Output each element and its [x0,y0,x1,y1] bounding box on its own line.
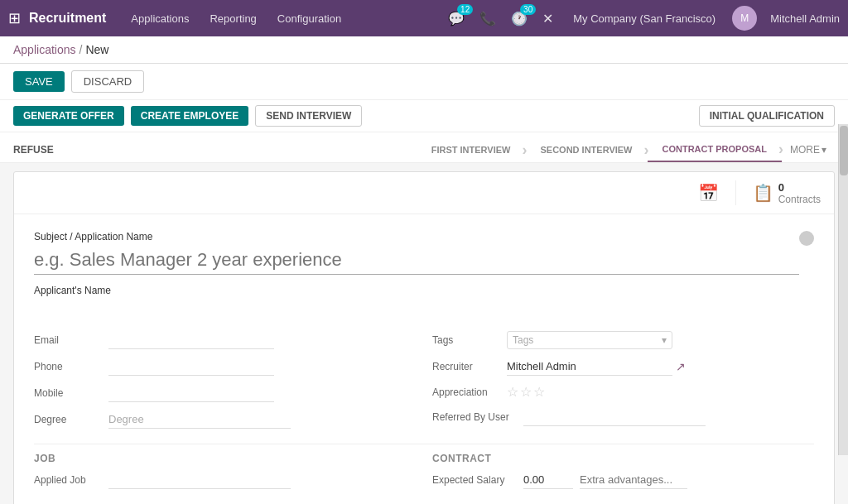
applied-job-row: Applied Job [34,471,416,489]
contracts-count: 0 [778,181,821,194]
scrollbar[interactable] [838,124,848,455]
applied-job-select[interactable] [108,471,291,489]
contracts-label: Contracts [778,194,821,205]
application-name-input[interactable] [34,246,799,275]
card-topbar: 📅 📋 0 Contracts [14,172,834,214]
degree-label: Degree [34,414,108,425]
appreciation-field-row: Appreciation ☆ ☆ ☆ [432,384,814,400]
calendar-icon: 📅 [698,183,719,203]
create-employee-button[interactable]: CREATE EMPLOYEE [131,106,248,126]
applicant-name-label: Applicant's Name [34,285,814,296]
save-button[interactable]: SAVE [13,71,65,92]
degree-select[interactable]: Degree [108,410,291,429]
topbar: ⊞ Recruitment Applications Reporting Con… [0,0,848,36]
form-fields-row: Email Phone Mobile Degree Degree [34,331,814,437]
job-section-row: Job Applied Job Contract Expected Salary [34,453,814,497]
recruiter-label: Recruiter [432,361,507,372]
wrench-icon[interactable]: ✕ [539,7,556,30]
referred-by-label: Referred By User [432,411,523,423]
tags-placeholder: Tags [513,334,533,346]
discard-button[interactable]: DISCARD [71,70,145,93]
breadcrumb-current: New [85,43,108,56]
brand-name: Recruitment [29,11,106,26]
clock-icon[interactable]: 🕐 30 [508,7,531,30]
recruiter-input[interactable] [507,358,672,376]
pipeline-bar: REFUSE FIRST INTERVIEW SECOND INTERVIEW … [0,132,848,163]
scroll-thumb[interactable] [840,126,848,175]
pipeline-stages: FIRST INTERVIEW SECOND INTERVIEW CONTRAC… [417,137,835,162]
stage-first-interview[interactable]: FIRST INTERVIEW [417,138,526,161]
avatar[interactable]: M [732,6,757,31]
phone-icon[interactable]: 📞 [476,7,499,30]
star-3[interactable]: ☆ [533,384,545,400]
appreciation-label: Appreciation [432,386,507,398]
subheader: Applications / New [0,36,848,64]
clock-badge: 30 [520,4,536,15]
contract-right-col: Contract Expected Salary [432,453,814,497]
stage-action-bar: GENERATE OFFER CREATE EMPLOYEE SEND INTE… [0,100,848,132]
nav-applications[interactable]: Applications [123,8,197,29]
breadcrumb: Applications / New [13,43,108,56]
action-bar: SAVE DISCARD [0,64,848,100]
refuse-button[interactable]: REFUSE [13,139,54,161]
stage-more-button[interactable]: MORE ▾ [782,137,835,162]
calendar-widget[interactable]: 📅 [698,183,719,203]
initial-qualification-button[interactable]: INITIAL QUALIFICATION [699,105,835,127]
stage-contract-proposal[interactable]: CONTRACT PROPOSAL [648,137,783,162]
send-interview-button[interactable]: SEND INTERVIEW [255,105,362,127]
topbar-icons: 💬 12 📞 🕐 30 ✕ My Company (San Francisco)… [445,6,840,31]
referred-by-field-row: Referred By User [432,408,814,426]
recruiter-value-row: ↗ [507,358,686,376]
tags-label: Tags [432,334,507,346]
mobile-field-row: Mobile [34,384,416,402]
referred-by-select[interactable] [523,408,706,426]
phone-field-row: Phone [34,358,416,376]
appreciation-stars: ☆ ☆ ☆ [507,384,545,400]
tags-select[interactable]: Tags ▾ [507,331,672,349]
status-indicator[interactable] [799,231,814,246]
job-section-title: Job [34,453,416,464]
form-body: Subject / Application Name Applicant's N… [14,214,834,504]
star-1[interactable]: ☆ [507,384,518,400]
main-content: 📅 📋 0 Contracts Subject / Application Na… [0,163,848,504]
mobile-label: Mobile [34,387,108,399]
form-card: 📅 📋 0 Contracts Subject / Application Na… [13,171,835,504]
widget-divider [735,180,736,205]
email-label: Email [34,334,108,346]
generate-offer-button[interactable]: GENERATE OFFER [13,106,124,126]
left-column: Email Phone Mobile Degree Degree [34,331,416,437]
grid-icon[interactable]: ⊞ [8,9,21,27]
stage-second-interview[interactable]: SECOND INTERVIEW [525,138,647,161]
expected-salary-label: Expected Salary [432,474,523,486]
messages-icon[interactable]: 💬 12 [445,7,468,30]
phone-input[interactable] [108,358,274,376]
recruiter-external-link-icon[interactable]: ↗ [676,360,686,373]
star-2[interactable]: ☆ [520,384,532,400]
applicant-name-input[interactable] [34,300,814,318]
contract-section-title: Contract [432,453,814,464]
contracts-widget[interactable]: 📋 0 Contracts [753,181,821,205]
contracts-info: 0 Contracts [778,181,821,205]
nav-configuration[interactable]: Configuration [269,8,349,29]
message-badge: 12 [457,4,473,15]
email-input[interactable] [108,331,274,349]
expected-salary-input[interactable] [523,471,573,489]
email-field-row: Email [34,331,416,349]
tags-field-row: Tags Tags ▾ [432,331,814,349]
expected-salary-row: Expected Salary [432,471,814,489]
job-left-col: Job Applied Job [34,453,416,497]
username: Mitchell Admin [770,12,840,25]
right-column: Tags Tags ▾ Recruiter ↗ [432,331,814,437]
breadcrumb-separator: / [80,43,83,56]
breadcrumb-parent[interactable]: Applications [13,43,76,56]
nav-reporting[interactable]: Reporting [201,8,264,29]
applied-job-label: Applied Job [34,474,108,486]
stage-left-buttons: GENERATE OFFER CREATE EMPLOYEE SEND INTE… [13,105,362,127]
contracts-doc-icon: 📋 [753,183,773,203]
recruiter-field-row: Recruiter ↗ [432,358,814,376]
subject-label: Subject / Application Name [34,231,799,242]
mobile-input[interactable] [108,384,274,402]
extra-advantages-input[interactable] [580,471,687,489]
company-name: My Company (San Francisco) [573,12,716,25]
degree-field-row: Degree Degree [34,410,416,429]
